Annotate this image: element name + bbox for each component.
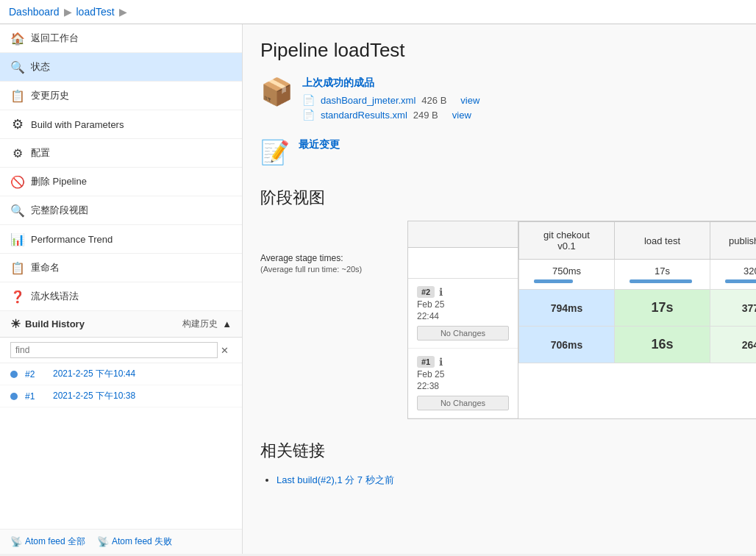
related-links-section: 相关链接 Last build(#2),1 分 7 秒之前 (260, 440, 738, 487)
related-link-item: Last build(#2),1 分 7 秒之前 (277, 474, 738, 487)
changes-notepad-icon: 📝 (260, 138, 290, 166)
avg-label-text: Average stage times: (260, 253, 400, 263)
main-content: Pipeline loadTest 📦 上次成功的成品 📄 dashBoard_… (243, 24, 756, 554)
related-links-title: 相关链接 (260, 440, 738, 462)
avg-cell-2: 320ms (710, 260, 757, 290)
status-icon: 🔍 (10, 60, 25, 74)
build-link-2[interactable]: 2021-2-25 下午10:44 (53, 368, 135, 380)
delete-icon: 🚫 (10, 174, 25, 189)
sidebar-label-build-params: Build with Parameters (31, 119, 124, 130)
sidebar-item-back[interactable]: 🏠 返回工作台 (0, 24, 242, 53)
artifact-file-1-view[interactable]: view (460, 95, 479, 106)
build-params-icon: ⚙ (10, 117, 25, 132)
artifact-file-1-link[interactable]: dashBoard_jmeter.xml (321, 95, 416, 106)
build-1-cell-2[interactable]: 264ms (710, 327, 757, 363)
build-dot-2 (10, 371, 18, 378)
info-icon-#1[interactable]: ℹ (439, 356, 443, 368)
build-0-cell-1[interactable]: 17s (615, 290, 710, 327)
build-0-cell-0[interactable]: 794ms (519, 290, 615, 327)
build-date-#2: Feb 25 (417, 299, 509, 310)
col-header-1: load test (615, 222, 710, 260)
avg-time-row: 750ms17s320ms (519, 260, 757, 290)
related-link-1[interactable]: Last build(#2),1 分 7 秒之前 (277, 474, 394, 485)
atom-feed-all-link[interactable]: 📡 Atom feed 全部 (10, 535, 85, 548)
stage-view-icon: 🔍 (10, 203, 25, 218)
build-row-1[interactable]: #1 2021-2-25 下午10:38 (0, 385, 242, 407)
build-date-#1: Feb 25 (417, 369, 509, 379)
build-tag-#2: #2 (417, 286, 435, 298)
build-search-input[interactable] (10, 342, 218, 358)
build-info-#2: #2 ℹ Feb 25 22:44 No Changes (408, 279, 518, 349)
sidebar-item-build-params[interactable]: ⚙ Build with Parameters (0, 110, 242, 139)
sidebar: 🏠 返回工作台 🔍 状态 📋 变更历史 ⚙ Build with Paramet… (0, 24, 243, 554)
sidebar-label-config: 配置 (31, 146, 50, 160)
back-icon: 🏠 (10, 31, 25, 46)
file-icon-2: 📄 (302, 109, 315, 121)
artifact-file-2-size: 249 B (413, 110, 446, 121)
build-row-2[interactable]: #2 2021-2-25 下午10:44 (0, 363, 242, 385)
search-clear-button[interactable]: ✕ (218, 343, 232, 357)
breadcrumb-sep-1: ▶ (64, 6, 72, 18)
rename-icon: 📋 (10, 260, 25, 275)
breadcrumb-loadtest[interactable]: loadTest (76, 6, 115, 18)
atom-all-label: Atom feed 全部 (25, 535, 85, 548)
artifact-file-2: 📄 standardResults.xml 249 B view (302, 109, 479, 121)
changes-link[interactable]: 最近变更 (299, 138, 340, 152)
sidebar-item-delete[interactable]: 🚫 删除 Pipeline (0, 168, 242, 196)
build-time-#2: 22:44 (417, 311, 509, 321)
changes-section: 📝 最近变更 (260, 138, 738, 166)
build-1-cell-0[interactable]: 706ms (519, 327, 615, 363)
sidebar-item-status[interactable]: 🔍 状态 (0, 53, 242, 82)
build-tag-#1: #1 (417, 356, 435, 368)
stage-view-full: Average stage times: (Average full run t… (260, 221, 738, 419)
artifact-heading-link[interactable]: 上次成功的成品 (302, 76, 479, 90)
stage-view-title: 阶段视图 (260, 187, 738, 209)
build-link-1[interactable]: 2021-2-25 下午10:38 (53, 390, 135, 402)
sidebar-label-stage-view: 完整阶段视图 (31, 204, 88, 217)
build-num-2: #2 (25, 369, 46, 379)
no-changes-badge-#1: No Changes (417, 396, 509, 410)
sidebar-label-history: 变更历史 (31, 89, 69, 102)
atom-fail-label: Atom feed 失败 (112, 535, 172, 548)
sidebar-item-rename[interactable]: 📋 重命名 (0, 254, 242, 282)
sidebar-item-history[interactable]: 📋 变更历史 (0, 82, 242, 110)
sidebar-item-pipeline-syntax[interactable]: ❓ 流水线语法 (0, 282, 242, 311)
atom-all-icon: 📡 (10, 536, 22, 547)
sidebar-label-status: 状态 (31, 60, 50, 74)
info-icon-#2[interactable]: ℹ (439, 286, 443, 298)
artifact-file-2-view[interactable]: view (452, 110, 471, 121)
sidebar-item-performance[interactable]: 📊 Performance Trend (0, 225, 242, 254)
config-icon: ⚙ (10, 146, 25, 160)
avg-cell-1: 17s (615, 260, 710, 290)
breadcrumb-sep-2: ▶ (119, 6, 127, 18)
pipeline-syntax-icon: ❓ (10, 289, 25, 304)
build-0-cell-2[interactable]: 377ms (710, 290, 757, 327)
artifact-file-2-link[interactable]: standardResults.xml (321, 110, 407, 121)
sidebar-label-pipeline-syntax: 流水线语法 (31, 290, 79, 303)
build-history-subtitle: 构建历史 (182, 318, 218, 330)
build-dot-1 (10, 393, 18, 400)
artifact-section: 📦 上次成功的成品 📄 dashBoard_jmeter.xml 426 B v… (260, 76, 738, 124)
collapse-icon[interactable]: ▲ (222, 318, 232, 329)
stage-table-main: .. #2 ℹ Feb 25 22:44 No Changes #1 ℹ Feb… (407, 221, 756, 419)
atom-feed-fail-link[interactable]: 📡 Atom feed 失败 (97, 535, 172, 548)
history-icon: 📋 (10, 88, 25, 103)
sidebar-label-back: 返回工作台 (31, 32, 79, 45)
artifact-box-icon: 📦 (260, 76, 293, 107)
artifact-file-1: 📄 dashBoard_jmeter.xml 426 B view (302, 94, 479, 106)
sidebar-label-performance: Performance Trend (31, 234, 113, 245)
build-data-row-1: 706ms16s264ms (519, 327, 757, 363)
atom-fail-icon: 📡 (97, 536, 109, 547)
sidebar-item-stage-view[interactable]: 🔍 完整阶段视图 (0, 196, 242, 225)
sidebar-label-rename: 重命名 (31, 261, 60, 274)
sidebar-item-config[interactable]: ⚙ 配置 (0, 139, 242, 168)
build-info-#1: #1 ℹ Feb 25 22:38 No Changes (408, 349, 518, 418)
breadcrumb-dashboard[interactable]: Dashboard (9, 6, 60, 18)
build-time-#1: 22:38 (417, 381, 509, 391)
no-changes-badge-#2: No Changes (417, 326, 509, 341)
stage-data-grid: git chekout v0.1load testpublish report7… (518, 221, 756, 418)
build-num-1: #1 (25, 391, 46, 402)
build-search-bar: ✕ (0, 338, 242, 363)
build-history-sun-icon: ☀ (10, 317, 21, 331)
build-1-cell-1[interactable]: 16s (615, 327, 710, 363)
